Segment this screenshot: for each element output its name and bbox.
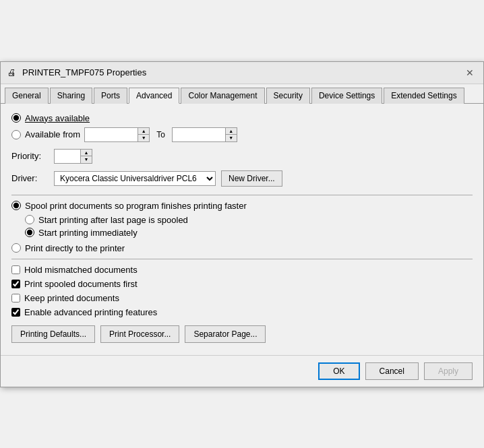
start-after-row: Start printing after last page is spoole… — [25, 215, 473, 225]
printing-defaults-button[interactable]: Printing Defaults... — [11, 325, 95, 343]
driver-select[interactable]: Kyocera Classic Universaldriver PCL6 — [54, 171, 216, 186]
divider-1 — [11, 195, 473, 195]
main-window: 🖨 PRINTER_TMPF075 Properties ✕ General S… — [0, 61, 484, 387]
time-from-input[interactable]: 12:00 AM — [84, 127, 138, 142]
tab-general[interactable]: General — [5, 88, 49, 104]
tab-sharing[interactable]: Sharing — [50, 88, 92, 104]
printer-icon: 🖨 — [7, 67, 18, 78]
time-to-spinner: 12:00 AM ▲ ▼ — [172, 127, 237, 142]
print-spooled-label: Print spooled documents first — [24, 279, 138, 289]
priority-row: Priority: 1 ▲ ▼ — [11, 149, 473, 164]
enable-advanced-checkbox[interactable] — [11, 308, 20, 317]
always-available-label: Always available — [25, 113, 90, 123]
print-processor-button[interactable]: Print Processor... — [100, 325, 179, 343]
always-available-radio[interactable] — [11, 113, 21, 123]
driver-label: Driver: — [11, 173, 49, 183]
start-immediately-radio[interactable] — [25, 228, 34, 237]
apply-button[interactable]: Apply — [424, 362, 473, 380]
tab-device-settings[interactable]: Device Settings — [311, 88, 382, 104]
cancel-button[interactable]: Cancel — [365, 362, 419, 380]
time-from-up[interactable]: ▲ — [138, 128, 149, 135]
enable-advanced-label: Enable advanced printing features — [24, 307, 157, 317]
to-label: To — [156, 130, 165, 139]
spool-label: Spool print documents so program finishe… — [25, 201, 247, 211]
priority-up[interactable]: ▲ — [81, 150, 92, 156]
start-after-radio[interactable] — [25, 215, 34, 224]
hold-mismatch-label: Hold mismatched documents — [24, 265, 138, 275]
available-from-radio[interactable] — [11, 130, 21, 139]
title-bar: 🖨 PRINTER_TMPF075 Properties ✕ — [1, 62, 483, 84]
available-from-label: Available from — [25, 129, 80, 139]
driver-row: Driver: Kyocera Classic Universaldriver … — [11, 170, 473, 187]
time-to-up[interactable]: ▲ — [226, 128, 237, 135]
hold-mismatch-checkbox[interactable] — [11, 265, 20, 274]
divider-2 — [11, 259, 473, 259]
spool-section: Spool print documents so program finishe… — [11, 201, 473, 238]
priority-spinner: 1 ▲ ▼ — [54, 149, 92, 164]
start-after-label: Start printing after last page is spoole… — [38, 215, 188, 225]
action-buttons: Printing Defaults... Print Processor... … — [11, 325, 473, 343]
spool-radio-row: Spool print documents so program finishe… — [11, 201, 473, 211]
new-driver-button[interactable]: New Driver... — [221, 170, 282, 187]
spool-radio[interactable] — [11, 201, 21, 210]
window-title: PRINTER_TMPF075 Properties — [22, 67, 146, 77]
availability-group: Always available Available from 12:00 AM… — [11, 113, 473, 142]
tab-security[interactable]: Security — [266, 88, 310, 104]
always-available-row: Always available — [11, 113, 473, 123]
start-immediately-row: Start printing immediately — [25, 228, 473, 238]
hold-mismatch-row: Hold mismatched documents — [11, 265, 473, 275]
keep-printed-label: Keep printed documents — [24, 293, 119, 303]
priority-input[interactable]: 1 — [54, 149, 81, 164]
title-bar-left: 🖨 PRINTER_TMPF075 Properties — [7, 67, 146, 78]
print-spooled-checkbox[interactable] — [11, 280, 20, 288]
priority-label: Priority: — [11, 151, 49, 161]
print-directly-label: Print directly to the printer — [25, 243, 125, 253]
priority-down[interactable]: ▼ — [81, 156, 92, 163]
ok-button[interactable]: OK — [318, 362, 359, 380]
start-immediately-label: Start printing immediately — [38, 228, 138, 238]
tab-content: Always available Available from 12:00 AM… — [1, 104, 483, 355]
print-directly-row: Print directly to the printer — [11, 243, 473, 253]
tab-ports[interactable]: Ports — [94, 88, 127, 104]
tab-advanced[interactable]: Advanced — [129, 88, 179, 104]
close-button[interactable]: ✕ — [463, 66, 477, 79]
tab-extended-settings[interactable]: Extended Settings — [384, 88, 464, 104]
separator-page-button[interactable]: Separator Page... — [185, 325, 266, 343]
footer: OK Cancel Apply — [1, 355, 483, 387]
available-from-row: Available from 12:00 AM ▲ ▼ To 12:00 AM … — [11, 127, 473, 142]
enable-advanced-row: Enable advanced printing features — [11, 307, 473, 317]
spool-indent: Start printing after last page is spoole… — [11, 215, 473, 238]
tab-bar: General Sharing Ports Advanced Color Man… — [1, 84, 483, 104]
print-directly-radio[interactable] — [11, 243, 21, 253]
tab-color-management[interactable]: Color Management — [181, 88, 264, 104]
time-from-spinner: 12:00 AM ▲ ▼ — [84, 127, 150, 142]
keep-printed-checkbox[interactable] — [11, 294, 20, 302]
time-to-down[interactable]: ▼ — [226, 135, 237, 141]
print-spooled-row: Print spooled documents first — [11, 279, 473, 289]
time-to-input[interactable]: 12:00 AM — [172, 127, 226, 142]
keep-printed-row: Keep printed documents — [11, 293, 473, 303]
time-from-down[interactable]: ▼ — [138, 135, 149, 141]
